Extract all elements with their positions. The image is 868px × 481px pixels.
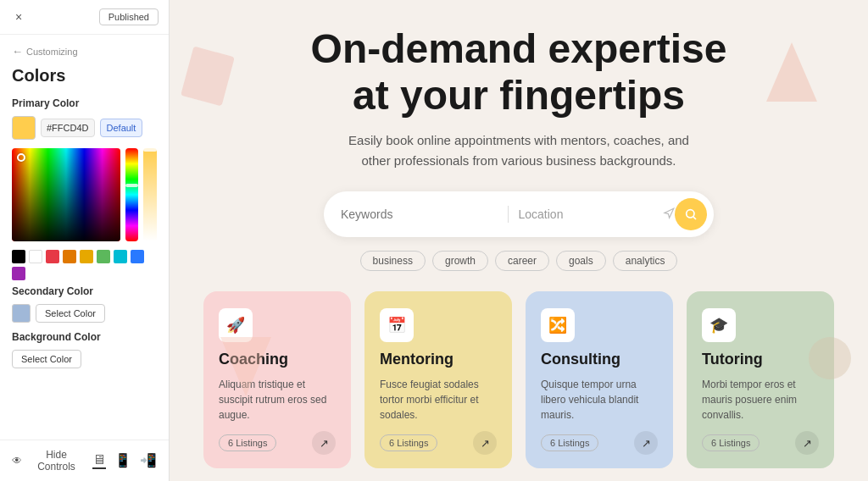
sidebar-bottom: 👁 Hide Controls 🖥 📱 📲 (0, 440, 169, 481)
svg-marker-0 (665, 208, 674, 218)
swatch-red[interactable] (46, 250, 59, 263)
card-mentoring-footer: 6 Listings ↗ (380, 431, 497, 455)
tablet-view-icon[interactable]: 📱 (114, 452, 131, 469)
mobile-view-icon[interactable]: 📲 (140, 452, 157, 469)
swatch-blue[interactable] (131, 250, 144, 263)
card-coaching-title: Coaching (219, 351, 336, 368)
card-consulting-desc: Quisque tempor urna libero vehicula blan… (541, 377, 658, 423)
hide-controls-label: Hide Controls (27, 449, 86, 473)
cards-row: 🚀 Coaching Aliquam tristique et suscipit… (203, 291, 834, 468)
back-arrow-icon[interactable]: ← (12, 45, 23, 58)
card-tutoring-arrow[interactable]: ↗ (795, 431, 819, 455)
picker-cursor (17, 153, 25, 162)
sidebar: × Published ← Customizing Colors Primary… (0, 0, 170, 481)
swatch-cyan[interactable] (114, 250, 127, 263)
card-tutoring-listings: 6 Listings (702, 434, 760, 451)
hero-title: On-demand expertiseat your fingertips (311, 25, 727, 119)
location-icon (663, 207, 675, 222)
search-divider (508, 206, 509, 223)
tag-business[interactable]: business (360, 251, 426, 271)
tag-growth[interactable]: growth (432, 251, 488, 271)
tags-row: business growth career goals analytics (360, 251, 678, 271)
hero-subtitle: Easily book online appointments with men… (341, 130, 697, 171)
primary-color-label: Primary Color (12, 97, 157, 109)
tag-career[interactable]: career (495, 251, 549, 271)
hide-controls-button[interactable]: 👁 Hide Controls (12, 449, 86, 473)
card-tutoring-title: Tutoring (702, 351, 819, 368)
card-tutoring-desc: Morbi tempor eros et mauris posuere enim… (702, 377, 819, 423)
sidebar-top-bar: × Published (0, 0, 169, 35)
main-content: On-demand expertiseat your fingertips Ea… (170, 0, 868, 481)
secondary-color-swatch[interactable] (12, 304, 31, 323)
card-mentoring: 📅 Mentoring Fusce feugiat sodales tortor… (364, 291, 512, 468)
card-consulting-arrow[interactable]: ↗ (634, 431, 658, 455)
card-mentoring-arrow[interactable]: ↗ (473, 431, 497, 455)
card-consulting-listings: 6 Listings (541, 434, 598, 451)
search-location-wrap: Location (519, 207, 676, 222)
card-tutoring-footer: 6 Listings ↗ (702, 431, 819, 455)
sidebar-breadcrumb: ← Customizing (0, 35, 169, 64)
bottom-icons: 🖥 📱 📲 (92, 452, 157, 469)
sidebar-title: Colors (0, 66, 169, 86)
card-tutoring-icon: 🎓 (702, 308, 736, 342)
desktop-view-icon[interactable]: 🖥 (92, 452, 106, 469)
hue-slider[interactable] (125, 148, 139, 241)
swatch-orange[interactable] (63, 250, 76, 263)
card-consulting-icon: 🔀 (541, 308, 575, 342)
deco-shape-left (181, 47, 235, 107)
swatches-row (12, 250, 157, 280)
default-button[interactable]: Default (100, 119, 143, 137)
background-color-label: Background Color (12, 331, 157, 343)
breadcrumb-text: Customizing (26, 47, 78, 57)
secondary-color-label: Secondary Color (12, 285, 157, 297)
card-coaching-desc: Aliquam tristique et suscipit rutrum ero… (219, 377, 336, 423)
location-text: Location (519, 207, 659, 221)
sidebar-content: Primary Color #FFCD4D Default (0, 86, 169, 440)
search-bar: Location (324, 191, 714, 237)
swatch-white[interactable] (29, 250, 42, 263)
deco-triangle-right-top (766, 42, 817, 102)
card-consulting: 🔀 Consulting Quisque tempor urna libero … (526, 291, 673, 468)
close-button[interactable]: × (10, 8, 27, 25)
primary-color-hex: #FFCD4D (41, 119, 95, 137)
keywords-input[interactable] (341, 207, 498, 221)
background-color-row: Select Color (12, 350, 157, 368)
card-coaching-arrow[interactable]: ↗ (312, 431, 336, 455)
eye-icon: 👁 (12, 455, 22, 467)
svg-line-2 (693, 217, 696, 219)
color-gradient-picker[interactable] (12, 148, 120, 241)
card-mentoring-listings: 6 Listings (380, 434, 437, 451)
swatch-yellow[interactable] (80, 250, 93, 263)
tag-goals[interactable]: goals (556, 251, 606, 271)
secondary-select-color-button[interactable]: Select Color (36, 304, 105, 323)
primary-color-row: #FFCD4D Default (12, 116, 157, 140)
card-coaching-icon: 🚀 (219, 308, 253, 342)
primary-color-swatch[interactable] (12, 116, 36, 140)
card-mentoring-icon: 📅 (380, 308, 414, 342)
card-consulting-title: Consulting (541, 351, 658, 368)
published-badge: Published (99, 8, 159, 25)
secondary-color-row: Select Color (12, 304, 157, 323)
swatch-green[interactable] (97, 250, 110, 263)
card-coaching-footer: 6 Listings ↗ (219, 431, 336, 455)
background-select-color-button[interactable]: Select Color (12, 350, 81, 368)
card-mentoring-desc: Fusce feugiat sodales tortor morbi effic… (380, 377, 497, 423)
svg-point-1 (687, 210, 694, 218)
tag-analytics[interactable]: analytics (613, 251, 678, 271)
swatch-purple[interactable] (12, 267, 25, 280)
opacity-slider[interactable] (143, 148, 157, 241)
swatch-black[interactable] (12, 250, 25, 263)
card-coaching-listings: 6 Listings (219, 434, 276, 451)
card-mentoring-title: Mentoring (380, 351, 497, 368)
search-button[interactable] (675, 198, 707, 230)
card-consulting-footer: 6 Listings ↗ (541, 431, 658, 455)
card-coaching: 🚀 Coaching Aliquam tristique et suscipit… (203, 291, 351, 468)
color-picker-area (12, 148, 157, 241)
card-tutoring: 🎓 Tutoring Morbi tempor eros et mauris p… (687, 291, 834, 468)
